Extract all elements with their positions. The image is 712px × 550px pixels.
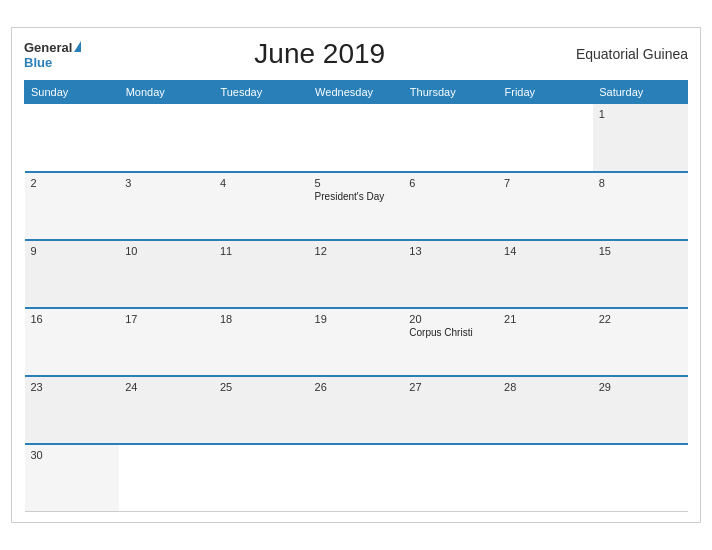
day-number: 29	[599, 381, 682, 393]
calendar-cell: 13	[403, 240, 498, 308]
col-header-sunday: Sunday	[25, 81, 120, 104]
day-number: 21	[504, 313, 587, 325]
logo-blue: Blue	[24, 56, 81, 70]
calendar-cell: 28	[498, 376, 593, 444]
calendar-cell	[119, 444, 214, 512]
col-header-tuesday: Tuesday	[214, 81, 309, 104]
calendar-cell	[119, 104, 214, 172]
calendar-cell	[403, 104, 498, 172]
calendar-cell	[25, 104, 120, 172]
day-number: 19	[315, 313, 398, 325]
calendar-cell	[214, 104, 309, 172]
day-number: 24	[125, 381, 208, 393]
calendar-week-row: 9101112131415	[25, 240, 688, 308]
calendar-cell	[403, 444, 498, 512]
day-number: 3	[125, 177, 208, 189]
calendar-cell	[309, 104, 404, 172]
calendar-cell: 12	[309, 240, 404, 308]
calendar-cell: 8	[593, 172, 688, 240]
day-number: 27	[409, 381, 492, 393]
calendar-cell: 29	[593, 376, 688, 444]
day-number: 7	[504, 177, 587, 189]
calendar-cell: 10	[119, 240, 214, 308]
day-number: 23	[31, 381, 114, 393]
calendar-cell	[309, 444, 404, 512]
calendar-cell: 2	[25, 172, 120, 240]
calendar-title: June 2019	[81, 38, 558, 70]
calendar-cell	[498, 104, 593, 172]
day-number: 16	[31, 313, 114, 325]
day-number: 10	[125, 245, 208, 257]
calendar-cell: 19	[309, 308, 404, 376]
calendar-cell: 15	[593, 240, 688, 308]
col-header-wednesday: Wednesday	[309, 81, 404, 104]
calendar-cell	[593, 444, 688, 512]
calendar-table: SundayMondayTuesdayWednesdayThursdayFrid…	[24, 80, 688, 512]
logo-triangle-icon	[74, 41, 81, 52]
calendar-cell: 27	[403, 376, 498, 444]
calendar-cell: 5President's Day	[309, 172, 404, 240]
day-number: 20	[409, 313, 492, 325]
day-number: 11	[220, 245, 303, 257]
day-number: 5	[315, 177, 398, 189]
day-number: 30	[31, 449, 114, 461]
calendar-week-row: 1617181920Corpus Christi2122	[25, 308, 688, 376]
calendar-cell: 23	[25, 376, 120, 444]
calendar-header: General Blue June 2019 Equatorial Guinea	[24, 38, 688, 70]
calendar-cell: 6	[403, 172, 498, 240]
day-number: 14	[504, 245, 587, 257]
logo: General Blue	[24, 38, 81, 70]
holiday-name: Corpus Christi	[409, 327, 492, 338]
calendar-week-row: 23242526272829	[25, 376, 688, 444]
calendar-cell	[498, 444, 593, 512]
calendar-cell: 21	[498, 308, 593, 376]
calendar-cell: 24	[119, 376, 214, 444]
calendar-cell: 7	[498, 172, 593, 240]
calendar-cell: 16	[25, 308, 120, 376]
day-number: 1	[599, 108, 682, 120]
day-number: 22	[599, 313, 682, 325]
calendar-wrapper: General Blue June 2019 Equatorial Guinea…	[11, 27, 701, 523]
calendar-cell: 20Corpus Christi	[403, 308, 498, 376]
calendar-cell: 9	[25, 240, 120, 308]
calendar-week-row: 1	[25, 104, 688, 172]
day-number: 26	[315, 381, 398, 393]
calendar-cell: 18	[214, 308, 309, 376]
calendar-cell: 4	[214, 172, 309, 240]
day-number: 8	[599, 177, 682, 189]
day-number: 2	[31, 177, 114, 189]
day-number: 13	[409, 245, 492, 257]
calendar-cell	[214, 444, 309, 512]
calendar-cell: 11	[214, 240, 309, 308]
calendar-country: Equatorial Guinea	[558, 46, 688, 62]
col-header-saturday: Saturday	[593, 81, 688, 104]
day-number: 9	[31, 245, 114, 257]
holiday-name: President's Day	[315, 191, 398, 202]
day-number: 18	[220, 313, 303, 325]
col-header-friday: Friday	[498, 81, 593, 104]
day-number: 28	[504, 381, 587, 393]
calendar-week-row: 2345President's Day678	[25, 172, 688, 240]
calendar-cell: 3	[119, 172, 214, 240]
calendar-cell: 25	[214, 376, 309, 444]
calendar-cell: 17	[119, 308, 214, 376]
day-number: 15	[599, 245, 682, 257]
calendar-cell: 22	[593, 308, 688, 376]
day-number: 6	[409, 177, 492, 189]
calendar-cell: 14	[498, 240, 593, 308]
calendar-week-row: 30	[25, 444, 688, 512]
day-number: 17	[125, 313, 208, 325]
col-header-thursday: Thursday	[403, 81, 498, 104]
day-number: 4	[220, 177, 303, 189]
logo-general: General	[24, 38, 81, 56]
calendar-cell: 26	[309, 376, 404, 444]
calendar-header-row: SundayMondayTuesdayWednesdayThursdayFrid…	[25, 81, 688, 104]
day-number: 12	[315, 245, 398, 257]
day-number: 25	[220, 381, 303, 393]
calendar-cell: 1	[593, 104, 688, 172]
calendar-cell: 30	[25, 444, 120, 512]
col-header-monday: Monday	[119, 81, 214, 104]
